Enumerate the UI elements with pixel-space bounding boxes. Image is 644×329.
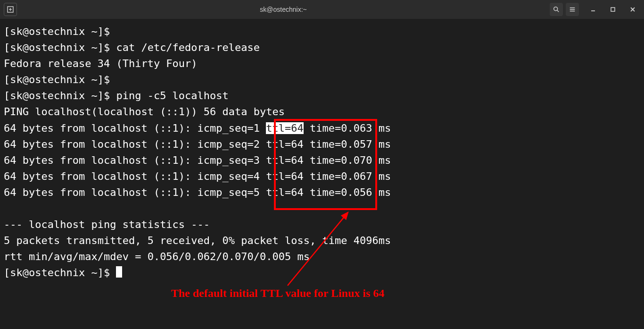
ping-post: time=0.056 ms <box>304 186 391 198</box>
hamburger-icon <box>569 6 576 13</box>
ping-pre: 64 bytes from localhost (::1): icmp_seq=… <box>4 138 266 150</box>
terminal-line: PING localhost(localhost (::1)) 56 data … <box>4 104 640 120</box>
ping-ttl: ttl=64 <box>266 170 303 182</box>
terminal-line: 64 bytes from localhost (::1): icmp_seq=… <box>4 152 640 169</box>
ping-pre: 64 bytes from localhost (::1): icmp_seq=… <box>4 122 266 134</box>
svg-point-3 <box>554 7 558 11</box>
maximize-icon <box>611 7 615 12</box>
window-title: sk@ostechnix:~ <box>17 6 550 13</box>
minimize-button[interactable] <box>587 4 599 15</box>
terminal-line: 64 bytes from localhost (::1): icmp_seq=… <box>4 185 640 201</box>
ping-post: time=0.063 ms <box>304 122 391 134</box>
terminal-line: 5 packets transmitted, 5 received, 0% pa… <box>4 233 640 249</box>
terminal-line: [sk@ostechnix ~]$ <box>4 24 640 40</box>
ping-post: time=0.057 ms <box>304 138 391 150</box>
terminal-line: [sk@ostechnix ~]$ ping -c5 localhost <box>4 88 640 104</box>
ping-ttl: ttl=64 <box>266 154 303 166</box>
titlebar-right <box>550 3 640 16</box>
menu-button[interactable] <box>566 3 579 16</box>
terminal-line: rtt min/avg/max/mdev = 0.056/0.062/0.070… <box>4 249 640 265</box>
maximize-button[interactable] <box>607 4 619 15</box>
close-button[interactable] <box>627 4 638 15</box>
terminal-line: 64 bytes from localhost (::1): icmp_seq=… <box>4 169 640 185</box>
ping-post: time=0.070 ms <box>304 154 391 166</box>
svg-line-4 <box>557 10 559 12</box>
terminal-line: [sk@ostechnix ~]$ cat /etc/fedora-releas… <box>4 40 640 56</box>
ping-pre: 64 bytes from localhost (::1): icmp_seq=… <box>4 154 266 166</box>
ping-ttl: ttl=64 <box>266 186 303 198</box>
terminal-line: --- localhost ping statistics --- <box>4 217 640 233</box>
titlebar: sk@ostechnix:~ <box>0 0 644 19</box>
terminal-line: [sk@ostechnix ~]$ <box>4 72 640 88</box>
ping-pre: 64 bytes from localhost (::1): icmp_seq=… <box>4 170 266 182</box>
terminal-area[interactable]: [sk@ostechnix ~]$ [sk@ostechnix ~]$ cat … <box>0 19 644 286</box>
minimize-icon <box>591 7 595 12</box>
annotation-text: The default initial TTL value for Linux … <box>171 287 385 300</box>
terminal-line: 64 bytes from localhost (::1): icmp_seq=… <box>4 120 640 136</box>
new-tab-button[interactable] <box>4 3 17 16</box>
search-button[interactable] <box>550 3 563 16</box>
terminal-line <box>4 201 640 217</box>
terminal-line: 64 bytes from localhost (::1): icmp_seq=… <box>4 136 640 152</box>
ping-ttl: ttl=64 <box>266 122 303 134</box>
ping-pre: 64 bytes from localhost (::1): icmp_seq=… <box>4 186 266 198</box>
close-icon <box>630 7 635 12</box>
ping-ttl: ttl=64 <box>266 138 303 150</box>
search-icon <box>553 6 560 13</box>
new-tab-icon <box>7 6 14 13</box>
terminal-line: Fedora release 34 (Thirty Four) <box>4 56 640 72</box>
ping-post: time=0.067 ms <box>304 170 391 182</box>
svg-rect-9 <box>611 8 615 11</box>
terminal-line: [sk@ostechnix ~]$ <box>4 265 640 281</box>
cursor <box>116 266 122 278</box>
titlebar-left <box>4 3 17 16</box>
